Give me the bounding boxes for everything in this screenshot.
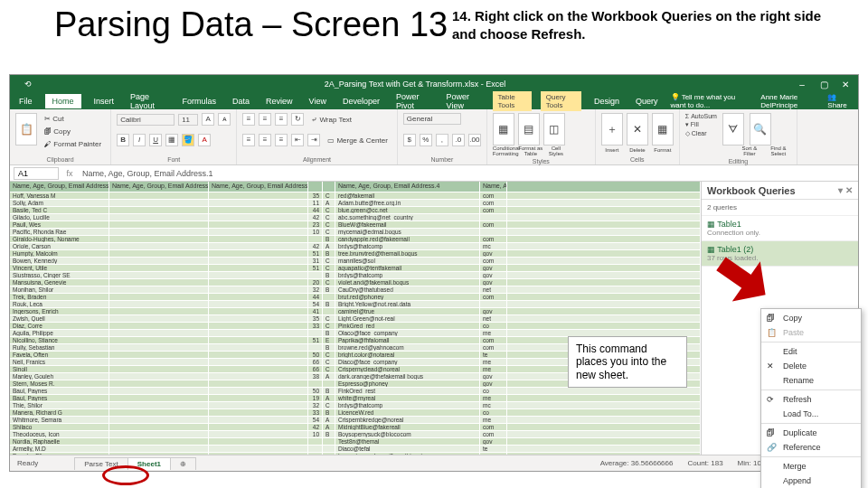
table-row[interactable]: Nordia, RaphaelleTest8n@themalgov xyxy=(10,438,701,446)
tab-view[interactable]: View xyxy=(306,94,330,108)
underline-icon[interactable]: U xyxy=(149,134,162,146)
format-painter-button[interactable]: 🖌 Format Painter xyxy=(41,138,105,150)
table-row[interactable]: Gilado, Lucille42Cabc.something@net_coun… xyxy=(10,214,701,221)
tell-me[interactable]: 💡 Tell me what you want to do... xyxy=(671,93,752,109)
table-row[interactable]: Shilaco42AMidnightBlue@fakereallcom xyxy=(10,424,701,431)
tab-design[interactable]: Design xyxy=(590,94,623,108)
autosum-button[interactable]: Σ AutoSum xyxy=(685,113,717,119)
align-top-icon[interactable]: ≡ xyxy=(242,113,255,126)
menu-reference[interactable]: 🔗Reference xyxy=(761,440,861,455)
align-left-icon[interactable]: ≡ xyxy=(242,134,255,146)
menu-edit[interactable]: Edit xyxy=(761,344,861,359)
merge-center-button[interactable]: ▭ Merge & Center xyxy=(324,135,392,146)
table-row[interactable]: Bowen, Kennedy31Cmannlles@solcom xyxy=(10,258,701,265)
tab-query[interactable]: Query xyxy=(632,94,662,108)
tab-formulas[interactable]: Formulas xyxy=(179,94,221,108)
table-row[interactable]: Ingersons, Enrich41caminel@truegov xyxy=(10,308,701,315)
grid-area[interactable]: Name, Age, Group, Email Address.1 Name, … xyxy=(10,182,701,455)
quick-access-icon[interactable]: ⟲ xyxy=(24,80,32,89)
table-row[interactable]: Hoff, Vanessa M35Cred@fakemailcom xyxy=(10,192,701,200)
delete-cell-button[interactable]: ✕ xyxy=(627,113,648,145)
shrink-font-icon[interactable]: ᴀ xyxy=(218,113,231,126)
currency-icon[interactable]: $ xyxy=(403,134,416,146)
grow-font-icon[interactable]: A xyxy=(202,113,214,126)
table-row[interactable]: Oriole, Carson42Abrdys@thatcompmc xyxy=(10,243,701,250)
table-row[interactable]: Giraldo-Hughes, NonameBcandyapple.red@fa… xyxy=(10,236,701,243)
font-color-icon[interactable]: A xyxy=(198,134,211,146)
close-icon[interactable]: ✕ xyxy=(838,80,853,89)
sort-filter-button[interactable]: ᗊ xyxy=(722,113,744,145)
orient-icon[interactable]: ↻ xyxy=(291,113,304,126)
format-table-button[interactable]: ▤ xyxy=(518,113,540,145)
format-cell-button[interactable]: ▦ xyxy=(652,113,674,145)
table-row[interactable]: Siustrasso, Cinger SEBbrdys@thatcompgov xyxy=(10,272,701,279)
formula-input[interactable]: Name, Age, Group, Email Address.1 xyxy=(77,168,858,179)
table-row[interactable]: Diaz, Corre33CPinkGred_redco xyxy=(10,323,701,330)
menu-copy[interactable]: 🗐Copy xyxy=(761,311,861,325)
fill-button[interactable]: ▾ Fill xyxy=(685,121,717,128)
dec-dec-icon[interactable]: .00 xyxy=(468,134,481,146)
table-row[interactable]: Armelly, M.DDiaco@tefalte xyxy=(10,446,701,453)
align-mid-icon[interactable]: ≡ xyxy=(259,113,271,126)
table-row[interactable]: Vincent, Utile51Caquapatio@tentfakemailg… xyxy=(10,265,701,272)
tab-data[interactable]: Data xyxy=(229,94,253,108)
number-format[interactable]: General xyxy=(403,113,461,125)
share-button[interactable]: 👥 Share xyxy=(827,93,851,109)
table-row[interactable]: Zwish, Quell35CLight.Green@not-realnet xyxy=(10,315,701,323)
font-size[interactable]: 11 xyxy=(178,114,198,126)
name-box[interactable]: A1 xyxy=(14,167,59,180)
table-row[interactable]: Theodoceus, Icon10BBoysoperrysuck@blococ… xyxy=(10,431,701,438)
menu-load-to[interactable]: Load To... xyxy=(761,407,861,421)
percent-icon[interactable]: % xyxy=(420,134,432,146)
account-name[interactable]: Anne Marie DelPrincipe xyxy=(760,93,818,109)
insert-cell-button[interactable]: ＋ xyxy=(601,113,623,145)
wrap-text-button[interactable]: ⤶ Wrap Text xyxy=(307,114,355,126)
tab-review[interactable]: Review xyxy=(262,94,297,108)
table-row[interactable]: Monihan, Shilor32BCauDry@thatubasednet xyxy=(10,286,701,294)
new-sheet-button[interactable]: ⊕ xyxy=(170,457,196,470)
table-row[interactable]: Trek, Braden44brut.red@phoneycom xyxy=(10,294,701,301)
menu-refresh[interactable]: ⟳Refresh xyxy=(761,392,861,407)
table-row[interactable]: Baul, Paynes50BFinkOred_restco xyxy=(10,388,701,395)
comma-icon[interactable]: , xyxy=(436,134,448,146)
query-item[interactable]: ▦ Table1 Connection only. xyxy=(702,216,858,241)
table-row[interactable]: Rouk, Leca54BBright.Yellow@not.real.data xyxy=(10,301,701,308)
fill-color-icon[interactable]: 🪣 xyxy=(182,134,194,146)
menu-append[interactable]: Append xyxy=(761,474,861,488)
fx-icon[interactable]: fx xyxy=(62,169,77,178)
tab-developer[interactable]: Developer xyxy=(339,94,383,108)
clear-button[interactable]: ◇ Clear xyxy=(685,130,717,137)
table-row[interactable]: Thie, Shilor32Cbrdys@thatcompmc xyxy=(10,402,701,409)
table-row[interactable]: Mansuisna, Genevie20Cviolet.and@fakemail… xyxy=(10,279,701,286)
tab-home[interactable]: Home xyxy=(45,94,81,108)
align-bot-icon[interactable]: ≡ xyxy=(275,113,288,126)
menu-rename[interactable]: Rename xyxy=(761,373,861,388)
restore-icon[interactable]: ▢ xyxy=(816,80,831,89)
find-select-button[interactable]: 🔍 xyxy=(750,113,771,145)
bold-icon[interactable]: B xyxy=(117,134,129,146)
table-row[interactable]: Manera, Richard G33BLicenceW.redco xyxy=(10,409,701,417)
pane-close-icon[interactable]: ▾ ✕ xyxy=(838,185,853,195)
border-icon[interactable]: ▦ xyxy=(165,134,178,146)
italic-icon[interactable]: I xyxy=(133,134,146,146)
menu-delete[interactable]: ✕Delete xyxy=(761,359,861,373)
inc-dec-icon[interactable]: .0 xyxy=(452,134,465,146)
table-row[interactable]: Whitmore, Semara54ACrispembkredge@noreal… xyxy=(10,417,701,424)
table-row[interactable]: Pacific, Rhonda Rae10Cmycemai@edmal.bogu… xyxy=(10,229,701,236)
tab-file[interactable]: File xyxy=(15,94,36,108)
cell-styles-button[interactable]: ◫ xyxy=(543,113,565,145)
tab-insert[interactable]: Insert xyxy=(90,94,118,108)
indent-inc-icon[interactable]: ⇥ xyxy=(307,134,320,146)
paste-button[interactable]: 📋 xyxy=(15,113,37,145)
table-row[interactable]: Paull, Wes23CBlueW@fakeemailcom xyxy=(10,221,701,229)
align-center-icon[interactable]: ≡ xyxy=(259,134,271,146)
menu-duplicate[interactable]: 🗐Duplicate xyxy=(761,426,861,440)
menu-merge[interactable]: Merge xyxy=(761,459,861,474)
table-row[interactable]: Humpty, Malcolm51Btree.brunvtred@themail… xyxy=(10,250,701,258)
copy-button[interactable]: 🗐 Copy xyxy=(41,126,105,137)
table-row[interactable]: Solly, Adam11AAdam.butte@free.org.incom xyxy=(10,200,701,207)
font-family[interactable]: Calibri xyxy=(117,114,175,126)
table-row[interactable]: Basile, Ted C44Cblue.green@cc.netcom xyxy=(10,207,701,214)
cut-button[interactable]: ✂ Cut xyxy=(41,113,105,125)
cond-format-button[interactable]: ▦ xyxy=(493,113,514,145)
